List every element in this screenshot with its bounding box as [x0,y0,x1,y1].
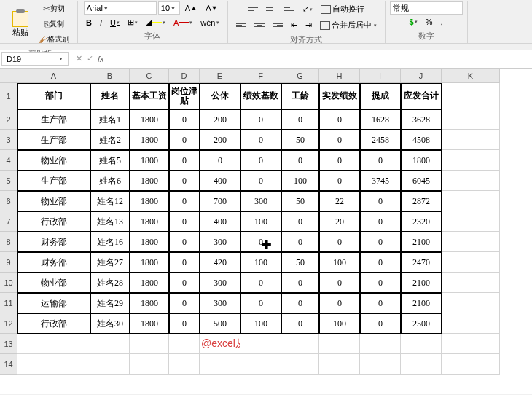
row-header-10[interactable]: 10 [0,273,17,293]
cell[interactable]: 0 [169,150,200,171]
cell[interactable]: 400 [200,171,240,191]
cell[interactable]: 2872 [401,191,442,211]
cell[interactable]: 0 [281,150,319,171]
cell[interactable]: 姓名2 [90,130,130,150]
cell[interactable] [442,293,500,313]
cell[interactable] [319,354,360,375]
cell[interactable]: 50 [281,130,319,150]
align-left-button[interactable] [232,17,250,33]
cell[interactable] [442,232,500,252]
cell[interactable]: 姓名1 [90,109,130,130]
row-header-9[interactable]: 9 [0,252,17,273]
cell[interactable]: 行政部 [17,211,90,232]
cell[interactable]: 应发合计 [401,83,442,109]
cell[interactable]: 0 [319,109,360,130]
cell[interactable]: 姓名6 [90,171,130,191]
increase-indent-button[interactable]: ⇥ [302,17,316,33]
row-header-3[interactable]: 3 [0,130,17,150]
cell[interactable]: 1800 [130,252,169,273]
cell[interactable]: 0 [240,109,281,130]
cell[interactable]: 0 [319,171,360,191]
cell[interactable]: 0 [319,273,360,293]
column-header-E[interactable]: E [200,69,240,83]
font-color-button[interactable]: A▾ [170,16,196,29]
cell[interactable] [442,273,500,293]
decrease-indent-button[interactable]: ⇤ [287,17,301,33]
cell[interactable]: 0 [240,232,281,252]
currency-button[interactable]: ▾ [406,15,421,28]
cell[interactable]: 生产部 [17,171,90,191]
cell[interactable]: 1800 [130,150,169,171]
cell[interactable]: 1800 [130,211,169,232]
column-header-D[interactable]: D [169,69,200,83]
font-name-select[interactable]: Arial▼ [84,1,157,15]
cell[interactable] [401,334,442,354]
cell[interactable]: 20 [319,211,360,232]
select-all-corner[interactable] [0,69,17,83]
border-button[interactable]: ⊞▾ [124,15,141,29]
cell[interactable]: 姓名28 [90,273,130,293]
cell[interactable]: 0 [319,232,360,252]
cell[interactable] [442,211,500,232]
row-header-8[interactable]: 8 [0,232,17,252]
cell[interactable]: 物业部 [17,273,90,293]
row-header-7[interactable]: 7 [0,211,17,232]
cell[interactable]: 姓名12 [90,191,130,211]
cell[interactable] [90,354,130,375]
cell[interactable]: 200 [200,130,240,150]
row-header-12[interactable]: 12 [0,313,17,334]
cell[interactable]: 0 [169,313,200,334]
cell[interactable]: 姓名27 [90,252,130,273]
cell[interactable]: 0 [169,211,200,232]
cell[interactable]: 绩效基数 [240,83,281,109]
cell[interactable]: 3628 [401,109,442,130]
comma-button[interactable]: , [437,15,446,28]
cell[interactable] [442,171,500,191]
cell[interactable] [169,334,200,354]
cell[interactable]: 0 [281,313,319,334]
cell[interactable]: 0 [169,232,200,252]
cell[interactable] [130,354,169,375]
column-header-I[interactable]: I [360,69,401,83]
cell[interactable]: @excel从零到一 [200,334,240,354]
cell[interactable]: 0 [281,273,319,293]
orientation-button[interactable]: ⤢▾ [299,1,316,17]
underline-button[interactable]: U▾ [106,16,123,29]
cell[interactable]: 0 [240,273,281,293]
cell[interactable]: 0 [360,150,401,171]
cell[interactable]: 1800 [130,313,169,334]
cell[interactable]: 300 [200,293,240,313]
cancel-formula-button[interactable]: ✕ [76,54,82,63]
cell[interactable]: 0 [169,273,200,293]
cell[interactable] [281,334,319,354]
cell[interactable]: 1628 [360,109,401,130]
column-header-C[interactable]: C [130,69,169,83]
cell[interactable]: 0 [169,252,200,273]
cell[interactable]: 100 [240,252,281,273]
cell[interactable] [360,354,401,375]
cell[interactable]: 3745 [360,171,401,191]
cell[interactable]: 2500 [401,313,442,334]
cell[interactable]: 0 [281,293,319,313]
cell[interactable]: 700 [200,191,240,211]
cell[interactable]: 0 [360,293,401,313]
row-header-6[interactable]: 6 [0,191,17,211]
percent-button[interactable]: % [422,15,437,28]
fx-icon[interactable]: fx [98,55,104,63]
cell[interactable]: 0 [169,293,200,313]
cell[interactable]: 1800 [130,171,169,191]
cell[interactable]: 姓名29 [90,293,130,313]
cell[interactable] [401,354,442,375]
cell[interactable]: 400 [200,211,240,232]
cell[interactable]: 0 [240,130,281,150]
cell[interactable]: 0 [360,273,401,293]
cell[interactable]: 0 [200,150,240,171]
cell[interactable]: 100 [240,313,281,334]
cell[interactable]: 姓名30 [90,313,130,334]
cut-button[interactable]: ✂剪切 [35,1,73,16]
cell[interactable]: 2320 [401,211,442,232]
cell[interactable] [90,334,130,354]
cell[interactable] [17,354,90,375]
phonetic-button[interactable]: wén▾ [197,16,222,29]
copy-button[interactable]: ⎘复制 [35,17,73,31]
